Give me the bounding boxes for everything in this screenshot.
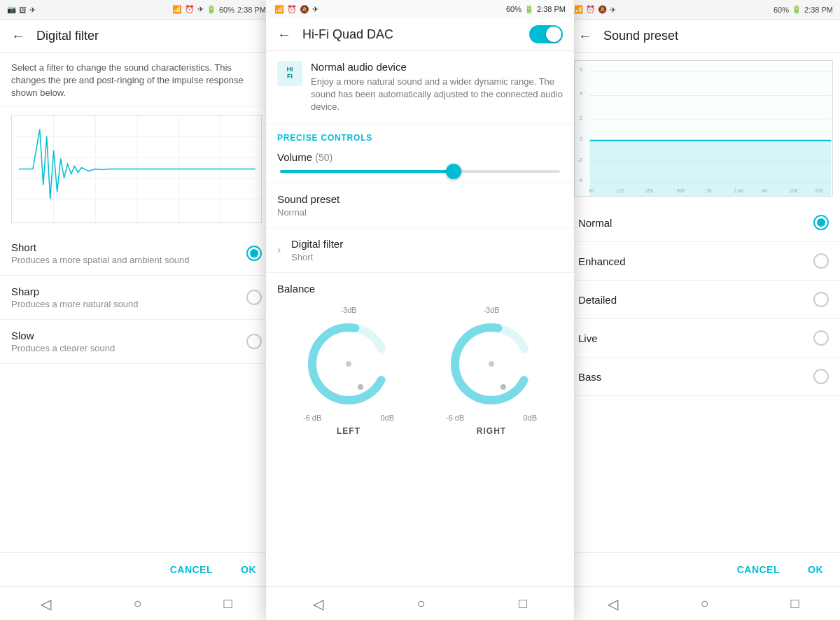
left-nav-recents[interactable]: □ — [223, 596, 232, 612]
preset-option-bass[interactable]: Bass — [567, 358, 840, 396]
right-nav-bar: ◁ ○ □ — [567, 586, 840, 620]
preset-bass-radio[interactable] — [813, 369, 829, 384]
left-back-button[interactable]: ← — [11, 28, 25, 44]
left-title: Digital filter — [36, 29, 262, 43]
preset-normal-radio-inner — [817, 218, 825, 227]
left-status-right: 📶 ⏰ ✈ 🔋 60% 2:38 PM — [172, 5, 266, 14]
left-channel-label: LEFT — [337, 426, 360, 436]
volume-slider-track[interactable] — [280, 170, 560, 173]
balance-section: Balance -3dB — [266, 273, 574, 443]
left-nav-home[interactable]: ○ — [133, 596, 141, 612]
left-nav-back[interactable]: ◁ — [41, 596, 51, 612]
right-mute-icon: 🔕 — [598, 5, 607, 14]
filter-option-slow[interactable]: Slow Produces a clearer sound — [0, 320, 273, 364]
battery-icon: 🔋 — [206, 5, 216, 14]
right-title: Sound preset — [603, 29, 829, 43]
hifi-toggle[interactable] — [529, 25, 563, 43]
svg-text:125: 125 — [616, 188, 624, 193]
modal-header: ← Hi-Fi Quad DAC — [266, 18, 574, 51]
sound-preset-row[interactable]: Sound preset Normal — [266, 183, 574, 228]
left-battery-text: 60% — [219, 6, 234, 14]
filter-short-desc: Produces a more spatial and ambient soun… — [11, 255, 246, 265]
right-nav-back[interactable]: ◁ — [608, 596, 618, 612]
audio-device-desc: Enjoy a more natural sound and a wider d… — [311, 76, 563, 114]
modal-signal-icon: 📶 — [274, 5, 284, 14]
right-battery-icon: 🔋 — [792, 5, 802, 14]
right-airplane-icon: ✈ — [610, 6, 616, 14]
right-back-button[interactable]: ← — [578, 28, 592, 44]
preset-detailed-radio[interactable] — [813, 292, 829, 307]
modal-nav-home[interactable]: ○ — [416, 596, 425, 612]
svg-text:6: 6 — [580, 66, 583, 73]
svg-text:4: 4 — [580, 90, 583, 97]
right-nav-recents[interactable]: □ — [790, 596, 799, 612]
filter-sharp-desc: Produces a more natural sound — [11, 299, 246, 309]
left-time: 2:38 PM — [237, 6, 266, 14]
svg-text:-2: -2 — [578, 157, 582, 163]
left-cancel-button[interactable]: CANCEL — [164, 561, 218, 578]
right-knob-bottom-left: -6 dB — [446, 414, 464, 422]
svg-point-11 — [346, 361, 351, 367]
right-knob-bottom-right: 0dB — [523, 414, 537, 422]
svg-point-16 — [500, 384, 506, 390]
preset-option-detailed[interactable]: Detailed — [567, 281, 840, 319]
preset-option-enhanced[interactable]: Enhanced — [567, 242, 840, 281]
right-signal-icon: 📶 — [574, 5, 583, 14]
svg-text:2.4K: 2.4K — [734, 188, 745, 193]
left-nav-bar: ◁ ○ □ — [0, 586, 273, 620]
hifi-icon: HIFI — [277, 61, 302, 86]
preset-option-live[interactable]: Live — [567, 319, 840, 358]
modal-title: Hi-Fi Quad DAC — [302, 27, 529, 42]
right-status-right: 60% 🔋 2:38 PM — [774, 5, 833, 14]
filter-short-radio[interactable] — [246, 246, 262, 261]
modal-mute-icon: 🔕 — [300, 5, 309, 14]
right-battery-percent: 60% — [774, 6, 789, 14]
filter-slow-desc: Produces a clearer sound — [11, 343, 246, 353]
right-knob-wrapper[interactable] — [446, 318, 537, 409]
left-panel: 📷 🖼 ✈ 📶 ⏰ ✈ 🔋 60% 2:38 PM ← Digital filt… — [0, 0, 273, 620]
modal-airplane-icon: ✈ — [312, 5, 318, 14]
right-status-icons: 📶 ⏰ 🔕 ✈ — [574, 5, 616, 14]
left-ok-button[interactable]: OK — [235, 561, 262, 578]
preset-option-normal[interactable]: Normal — [567, 204, 840, 242]
modal-alarm-icon: ⏰ — [287, 5, 297, 14]
preset-normal-radio[interactable] — [813, 215, 829, 230]
digital-filter-label: Digital filter — [291, 238, 563, 250]
volume-label-text: Volume — [277, 151, 312, 163]
modal-overlay: 📶 ⏰ 🔕 ✈ 60% 🔋 2:38 PM ← Hi-Fi Quad DAC H… — [266, 0, 574, 620]
right-cancel-button[interactable]: CANCEL — [732, 561, 785, 578]
volume-slider-thumb[interactable] — [446, 164, 461, 179]
filter-slow-radio[interactable] — [246, 334, 262, 349]
sound-preset-value: Normal — [277, 207, 563, 218]
svg-text:10K: 10K — [790, 188, 799, 193]
left-knob-wrapper[interactable] — [303, 318, 394, 409]
svg-text:500: 500 — [676, 188, 685, 193]
modal-nav-back[interactable]: ◁ — [313, 596, 323, 612]
right-ok-button[interactable]: OK — [802, 561, 829, 578]
filter-sharp-radio[interactable] — [246, 290, 262, 305]
filter-slow-name: Slow — [11, 330, 246, 341]
modal-status-bar: 📶 ⏰ 🔕 ✈ 60% 🔋 2:38 PM — [266, 0, 574, 18]
right-time: 2:38 PM — [804, 6, 833, 14]
filter-option-sharp[interactable]: Sharp Produces a more natural sound — [0, 276, 273, 320]
precise-controls-label: PRECISE CONTROLS — [266, 125, 574, 146]
digital-filter-row[interactable]: › Digital filter Short — [266, 228, 574, 273]
left-knob-container: -3dB -6 dB 0dB — [303, 306, 394, 436]
modal-nav-recents[interactable]: □ — [519, 596, 527, 612]
preset-enhanced-radio[interactable] — [813, 253, 829, 269]
svg-text:60: 60 — [589, 188, 594, 193]
filter-option-short[interactable]: Short Produces a more spatial and ambien… — [0, 232, 273, 276]
right-nav-home[interactable]: ○ — [700, 596, 708, 612]
right-chart: 6 4 2 0 -2 -4 60 125 250 500 1K 2.4K 4K — [574, 60, 833, 197]
preset-live-radio[interactable] — [813, 330, 829, 346]
modal-status-right: 60% 🔋 2:38 PM — [506, 5, 566, 14]
modal-back-button[interactable]: ← — [277, 27, 291, 43]
modal-nav-bar: ◁ ○ □ — [266, 586, 574, 620]
chevron-right-icon: › — [277, 244, 281, 256]
alarm-icon: ⏰ — [185, 5, 195, 14]
modal-battery-percent: 60% — [506, 5, 522, 13]
audio-device-section: HIFI Normal audio device Enjoy a more na… — [266, 51, 574, 125]
right-status-bar: 📶 ⏰ 🔕 ✈ 60% 🔋 2:38 PM — [567, 0, 840, 20]
right-header: ← Sound preset — [567, 20, 840, 53]
volume-slider-fill — [280, 170, 454, 173]
